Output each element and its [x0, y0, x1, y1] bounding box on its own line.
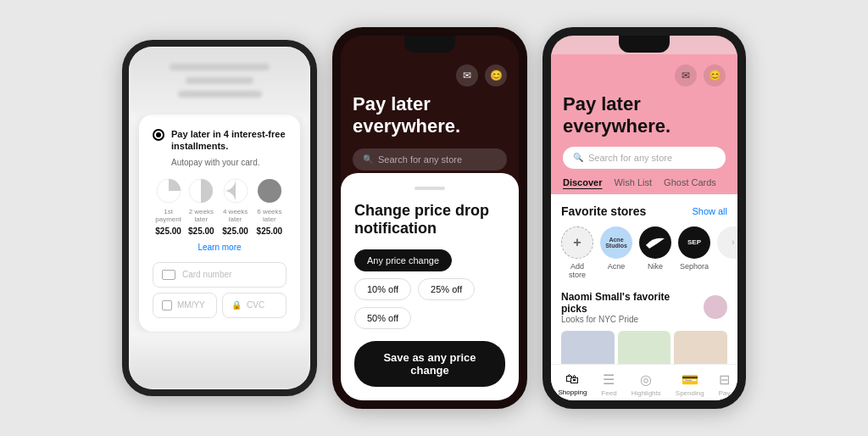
show-all-link[interactable]: Show all	[692, 206, 727, 216]
nav-pay[interactable]: ⊟ Pay	[719, 372, 731, 397]
pie-amount-4: $25.00	[257, 226, 283, 236]
store-nike-circle	[639, 226, 671, 259]
card-number-placeholder: Card number	[182, 270, 231, 279]
installment-subtitle: Autopay with your card.	[171, 158, 287, 167]
option-50-off[interactable]: 50% off	[354, 307, 411, 329]
option-25-off[interactable]: 25% off	[418, 278, 475, 300]
nav-spending-label: Spending	[676, 389, 704, 397]
store-add-item[interactable]: + Add store	[561, 226, 593, 279]
tab-3-ghostcards[interactable]: Ghost Cards	[664, 177, 716, 187]
cvc-placeholder: CVC	[247, 300, 264, 310]
store-add-circle: +	[561, 226, 593, 259]
nav-feed[interactable]: ☰ Feed	[601, 372, 616, 397]
cvc-field[interactable]: 🔒 CVC	[222, 293, 287, 318]
svg-point-3	[258, 179, 281, 203]
card-number-field[interactable]: Card number	[153, 262, 287, 288]
product-image-3	[674, 331, 727, 364]
emoji-icon[interactable]: 😊	[485, 64, 507, 87]
phone-2-icons-row: ✉ 😊	[353, 64, 507, 87]
nav-highlights-label: Highlights	[632, 389, 661, 397]
message-icon[interactable]: ✉	[456, 64, 478, 87]
store-sephora-item[interactable]: SEP Sephora	[678, 226, 710, 271]
store-sephora-circle: SEP	[678, 226, 710, 259]
store-more-circle: ›	[717, 226, 737, 259]
pie-item-4: 6 weeks later $25.00	[253, 177, 287, 236]
search-icon-dark: 🔍	[363, 154, 373, 164]
credit-card-icon	[162, 270, 175, 280]
phone-1-frame: Pay later in 4 interest-free installment…	[122, 40, 317, 396]
modal-handle	[415, 187, 445, 190]
message-icon-3[interactable]: ✉	[675, 64, 697, 87]
screenshots-container: Pay later in 4 interest-free installment…	[0, 0, 868, 436]
favorite-stores-title: Favorite stores	[561, 204, 646, 218]
calendar-icon	[162, 300, 172, 310]
search-bar-pink[interactable]: 🔍 Search for any store	[563, 147, 726, 169]
favorite-stores-header: Favorite stores Show all	[561, 204, 727, 218]
product-image-1	[561, 331, 615, 364]
shopping-icon: 🛍	[565, 372, 579, 387]
option-any-price[interactable]: Any price change	[354, 249, 452, 271]
stores-row: + Add store AcneStudios Acne	[561, 226, 727, 279]
tab-3-discover[interactable]: Discover	[563, 177, 602, 187]
installment-card: Pay later in 4 interest-free installment…	[139, 115, 300, 332]
store-acne-item[interactable]: AcneStudios Acne	[600, 226, 632, 271]
store-add-label: Add store	[561, 262, 593, 279]
nav-pay-label: Pay	[719, 389, 731, 397]
naomi-avatar	[704, 295, 727, 319]
radio-button[interactable]	[153, 129, 164, 141]
nike-swoosh-icon	[646, 237, 665, 249]
nav-shopping-label: Shopping	[559, 388, 587, 396]
save-button[interactable]: Save as any price change	[354, 341, 505, 387]
search-bar-dark[interactable]: 🔍 Search for any store	[353, 148, 507, 170]
nav-shopping[interactable]: 🛍 Shopping	[559, 372, 587, 397]
search-placeholder-pink: Search for any store	[588, 153, 672, 163]
blur-line-1	[170, 64, 270, 70]
mm-yy-field[interactable]: MM/YY	[153, 293, 217, 318]
pie-label-4: 6 weeks later	[253, 208, 287, 223]
naomi-title: Naomi Small's favorite picks	[561, 291, 697, 315]
lock-icon: 🔒	[231, 300, 242, 310]
phone-3-main-content: Favorite stores Show all + Add store Acn…	[551, 194, 737, 364]
pie-chart-4	[256, 177, 283, 204]
store-nike-item[interactable]: Nike	[639, 226, 671, 271]
pie-item-2: 2 weeks later $25.00	[184, 177, 218, 236]
pie-label-1: 1st payment	[153, 208, 184, 223]
phone-3-tabs: Discover Wish List Ghost Cards	[563, 177, 726, 187]
nav-spending[interactable]: 💳 Spending	[676, 372, 704, 397]
phone-3-title: Pay latereverywhere.	[563, 93, 726, 138]
search-icon-pink: 🔍	[573, 153, 583, 162]
pie-charts: 1st payment $25.00 2 weeks later $25.00	[153, 177, 287, 236]
store-acne-circle: AcneStudios	[600, 226, 632, 259]
highlights-icon: ◎	[640, 372, 652, 388]
product-images	[561, 331, 727, 364]
blur-line-2	[186, 77, 253, 84]
phone-2-frame: ✉ 😊 Pay latereverywhere. 🔍 Search for an…	[332, 27, 527, 409]
pie-amount-2: $25.00	[188, 226, 214, 236]
pie-label-2: 2 weeks later	[184, 208, 218, 223]
blur-line-3	[178, 91, 262, 98]
store-sephora-label: Sephora	[680, 262, 709, 271]
phone-2-notch	[404, 36, 455, 53]
emoji-icon-3[interactable]: 😊	[704, 64, 726, 87]
installment-header: Pay later in 4 interest-free installment…	[153, 128, 287, 153]
pie-chart-1	[155, 177, 182, 204]
feed-icon: ☰	[603, 372, 615, 388]
installment-title: Pay later in 4 interest-free installment…	[171, 128, 287, 153]
phone-3-icons-row: ✉ 😊	[563, 64, 726, 87]
learn-more-link[interactable]: Learn more	[153, 243, 287, 252]
tab-3-wishlist[interactable]: Wish List	[614, 177, 652, 187]
phone-1-content: Pay later in 4 interest-free installment…	[129, 47, 310, 389]
pie-item-1: 1st payment $25.00	[153, 177, 184, 236]
pie-label-3: 4 weeks later	[218, 208, 252, 223]
store-overflow: ›	[717, 226, 737, 259]
phone-3-header: ✉ 😊 Pay latereverywhere. 🔍 Search for an…	[551, 54, 737, 194]
price-drop-modal: Change price dropnotification Any price …	[341, 173, 519, 400]
naomi-header: Naomi Small's favorite picks Looks for N…	[561, 291, 727, 324]
price-options: Any price change 10% off 25% off 50% off	[354, 249, 505, 329]
phone-1-top-blur	[129, 47, 310, 115]
store-acne-label: Acne	[608, 262, 626, 271]
pay-icon: ⊟	[719, 372, 730, 388]
option-10-off[interactable]: 10% off	[354, 278, 411, 300]
nav-highlights[interactable]: ◎ Highlights	[632, 372, 661, 397]
search-placeholder-dark: Search for any store	[378, 154, 462, 165]
